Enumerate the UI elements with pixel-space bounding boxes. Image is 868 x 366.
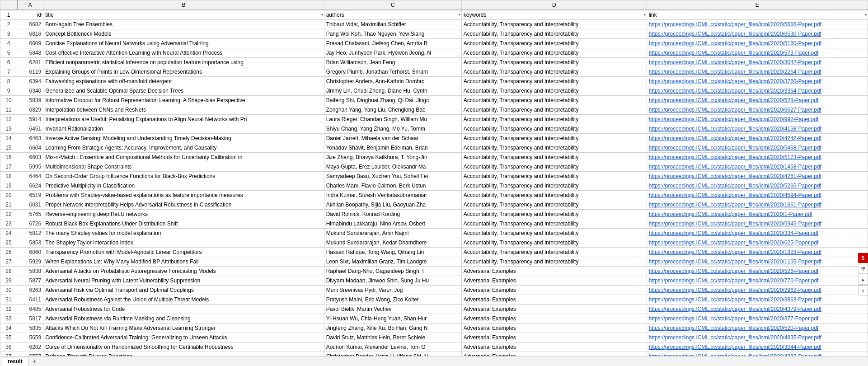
cell-link-10[interactable]: https://proceedings.ICML.cc/static/paper… [647, 96, 868, 105]
cell-id-29[interactable]: 5877 [17, 276, 43, 286]
cell-authors-13[interactable]: Shiyu Chang, Yang Zhang, Mo Yu, Tomm [324, 124, 461, 134]
cell-link-30[interactable]: https://proceedings.ICML.cc/static/paper… [647, 286, 868, 295]
cell-title-13[interactable]: Invariant Rationalization [43, 124, 324, 134]
cell-title-8[interactable]: Fairwashing explanations with off-manifo… [43, 77, 324, 86]
cell-id-35[interactable]: 5659 [17, 333, 43, 343]
cell-authors-26[interactable]: Hassan Rafique, Tong Wang, Qihang Lin [324, 248, 461, 257]
cell-link-36[interactable]: https://proceedings.ICML.cc/static/paper… [647, 343, 868, 352]
cell-link-14[interactable]: https://proceedings.ICML.cc/static/paper… [647, 134, 868, 143]
cell-authors-16[interactable]: Jize Zhang, Bhavya Kailkhura, T. Yong-Ji… [324, 153, 461, 162]
cell-keywords-24[interactable]: Accountability, Transparency and Interpr… [461, 229, 647, 238]
filter-arrow-A[interactable]: ▾ [40, 11, 42, 19]
cell-title-31[interactable]: Adversarial Robustness Against the Union… [43, 295, 324, 305]
cell-id-5[interactable]: 5848 [17, 48, 43, 58]
cell-title-23[interactable]: Robust Black Box Explanations Under Dist… [43, 219, 324, 229]
cell-keywords-12[interactable]: Accountability, Transparency and Interpr… [461, 115, 647, 124]
cell-title-20[interactable]: Problems with Shapley-value-based explan… [43, 191, 324, 200]
cell-id-22[interactable]: 5765 [17, 210, 43, 219]
cell-title-7[interactable]: Explaining Groups of Points in Low-Dimen… [43, 67, 324, 77]
cell-authors-30[interactable]: Muni Sreenivas Pydi, Varun Jog [324, 286, 461, 295]
col-header-D[interactable]: D [461, 0, 647, 10]
cell-keywords-29[interactable]: Adversarial Examples [461, 276, 647, 286]
cell-authors-14[interactable]: Daniel Jarrett, Mihaela van der Schaar [324, 134, 461, 143]
cell-id-13[interactable]: 6451 [17, 124, 43, 134]
cell-title-24[interactable]: The many Shapley values for model explan… [43, 229, 324, 238]
cell-authors-25[interactable]: Mukund Sundararajan, Kedar Dhamdhere [324, 238, 461, 248]
cell-title-2[interactable]: Born-again Tree Ensembles [43, 20, 324, 29]
cell-authors-31[interactable]: Pratyush Maini, Eric Wong, Zico Kolter [324, 295, 461, 305]
cell-title-5[interactable]: Cost-effective Interactive Attention Lea… [43, 48, 324, 58]
cell-title-14[interactable]: Inverse Active Sensing: Modeling and Und… [43, 134, 324, 143]
cell-authors-17[interactable]: Maya Gupta, Erez Louidor, Oleksandr Ma [324, 162, 461, 172]
cell-keywords-6[interactable]: Accountability, Transparency and Interpr… [461, 58, 647, 67]
cell-title-26[interactable]: Transparency Promotion with Model-Agnost… [43, 248, 324, 257]
cell-title-9[interactable]: Generalized and Scalable Optimal Sparse … [43, 86, 324, 96]
cell-title-16[interactable]: Mix-n-Match : Ensemble and Compositional… [43, 153, 324, 162]
sheet-tab-result[interactable]: result [2, 357, 28, 366]
cell-link-15[interactable]: https://proceedings.ICML.cc/static/paper… [647, 143, 868, 153]
cell-title-11[interactable]: Interpolation between CNNs and ResNets [43, 105, 324, 115]
cell-keywords-3[interactable]: Accountability, Transparency and Interpr… [461, 29, 647, 39]
cell-keywords-23[interactable]: Accountability, Transparency and Interpr… [461, 219, 647, 229]
cell-keywords-15[interactable]: Accountability, Transparency and Interpr… [461, 143, 647, 153]
cell-id-8[interactable]: 6394 [17, 77, 43, 86]
cell-id-7[interactable]: 6119 [17, 67, 43, 77]
col-header-E[interactable]: E [647, 0, 868, 10]
cell-authors-5[interactable]: Jay Heo, Junhyeon Park, Hyewon Jeong, N [324, 48, 461, 58]
cell-id-19[interactable]: 6624 [17, 181, 43, 191]
cell-id-15[interactable]: 6604 [17, 143, 43, 153]
cell-link-26[interactable]: https://proceedings.ICML.cc/static/paper… [647, 248, 868, 257]
cell-authors-21[interactable]: Akhilan Boopathy, Sijia Liu, Gaoyuan Zha [324, 200, 461, 210]
cell-link-28[interactable]: https://proceedings.ICML.cc/static/paper… [647, 267, 868, 276]
cell-link-19[interactable]: https://proceedings.ICML.cc/static/paper… [647, 181, 868, 191]
field-link[interactable]: link ▾ [647, 10, 868, 20]
cell-keywords-27[interactable]: Accountability, Transparency and Interpr… [461, 257, 647, 267]
cell-title-30[interactable]: Adversarial Risk via Optimal Transport a… [43, 286, 324, 295]
cell-link-7[interactable]: https://proceedings.ICML.cc/static/paper… [647, 67, 868, 77]
cell-id-28[interactable]: 5838 [17, 267, 43, 276]
cell-authors-10[interactable]: Baifeng Shi, Dinghuai Zhang, Qi Dai, Jin… [324, 96, 461, 105]
cell-link-8[interactable]: https://proceedings.ICML.cc/static/paper… [647, 77, 868, 86]
cell-keywords-11[interactable]: Accountability, Transparency and Interpr… [461, 105, 647, 115]
cell-link-3[interactable]: https://proceedings.ICML.cc/static/paper… [647, 29, 868, 39]
field-keywords[interactable]: keywords ▾ [461, 10, 647, 20]
cell-authors-27[interactable]: Leon Sixt, Maximilian Granz, Tim Landgre [324, 257, 461, 267]
cell-title-12[interactable]: Interpretations are Useful: Penalizing E… [43, 115, 324, 124]
cell-title-6[interactable]: Efficient nonparametric statistical infe… [43, 58, 324, 67]
cell-title-35[interactable]: Confidence-Calibrated Adversarial Traini… [43, 333, 324, 343]
cell-keywords-25[interactable]: Accountability, Transparency and Interpr… [461, 238, 647, 248]
cell-link-22[interactable]: https://proceedings.ICML.cc/static/paper… [647, 210, 868, 219]
cell-authors-22[interactable]: David Rolnick, Konrad Kording [324, 210, 461, 219]
cell-authors-8[interactable]: Christopher Anders, Ann-Kathrin Dombrc [324, 77, 461, 86]
cell-authors-4[interactable]: Prasad Chalasani, Jiefeng Chen, Amrita R [324, 39, 461, 48]
cell-keywords-28[interactable]: Adversarial Examples [461, 267, 647, 276]
cell-link-20[interactable]: https://proceedings.ICML.cc/static/paper… [647, 191, 868, 200]
sogou-icon-lang[interactable]: 中 [858, 264, 868, 274]
cell-keywords-32[interactable]: Adversarial Examples [461, 305, 647, 314]
sogou-icon-play[interactable]: ▸ [858, 275, 868, 285]
cell-id-6[interactable]: 6281 [17, 58, 43, 67]
cell-id-2[interactable]: 6682 [17, 20, 43, 29]
cell-link-34[interactable]: https://proceedings.ICML.cc/static/paper… [647, 324, 868, 333]
cell-keywords-26[interactable]: Accountability, Transparency and Interpr… [461, 248, 647, 257]
cell-keywords-35[interactable]: Adversarial Examples [461, 333, 647, 343]
cell-keywords-36[interactable]: Adversarial Examples [461, 343, 647, 352]
cell-link-23[interactable]: https://proceedings.ICML.cc/static/paper… [647, 219, 868, 229]
cell-title-17[interactable]: Multidimensional Shape Constraints [43, 162, 324, 172]
cell-keywords-21[interactable]: Accountability, Transparency and Interpr… [461, 200, 647, 210]
cell-authors-23[interactable]: Himabindu Lakkaraju, Nino Arsov, Osbert [324, 219, 461, 229]
cell-keywords-30[interactable]: Adversarial Examples [461, 286, 647, 295]
filter-arrow-B[interactable]: ▾ [321, 11, 323, 19]
cell-title-27[interactable]: When Explanations Lie: Why Many Modified… [43, 257, 324, 267]
cell-link-17[interactable]: https://proceedings.ICML.cc/static/paper… [647, 162, 868, 172]
cell-id-31[interactable]: 6411 [17, 295, 43, 305]
cell-link-31[interactable]: https://proceedings.ICML.cc/static/paper… [647, 295, 868, 305]
cell-id-9[interactable]: 6340 [17, 86, 43, 96]
cell-authors-11[interactable]: Zonghan Yang, Yang Liu, Chenglong Bao [324, 105, 461, 115]
cell-link-27[interactable]: https://proceedings.ICML.cc/static/paper… [647, 257, 868, 267]
sogou-icon-s[interactable]: S [858, 253, 868, 263]
cell-keywords-7[interactable]: Accountability, Transparency and Interpr… [461, 67, 647, 77]
cell-authors-24[interactable]: Mukund Sundararajan, Amir Najmi [324, 229, 461, 238]
cell-keywords-18[interactable]: Accountability, Transparency and Interpr… [461, 172, 647, 181]
cell-authors-3[interactable]: Pang Wei Koh, Thao Nguyen, Yew Siang [324, 29, 461, 39]
